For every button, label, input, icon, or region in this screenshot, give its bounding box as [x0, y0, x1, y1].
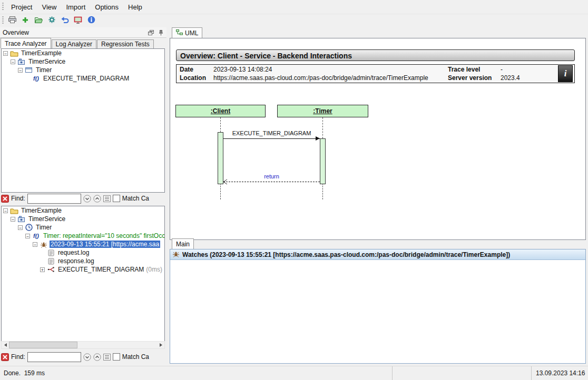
return-message-label: return — [223, 173, 320, 179]
close-find-icon[interactable] — [1, 353, 9, 361]
info-button[interactable] — [85, 15, 97, 26]
expand-toggle-icon[interactable]: + — [40, 267, 45, 272]
find-previous-icon[interactable] — [93, 195, 101, 203]
tab-uml[interactable]: UML — [172, 27, 202, 38]
tab-trace-analyzer[interactable]: Trace Analyzer — [1, 38, 51, 48]
find-next-icon[interactable] — [83, 195, 91, 203]
lifeline-timer: :Timer — [277, 105, 368, 117]
scrollbar-thumb[interactable] — [9, 342, 77, 348]
spider-icon — [172, 251, 180, 259]
tree-item[interactable]: −TimerService — [2, 215, 164, 223]
tree-item[interactable]: f()EXECUTE_TIMER_DIAGRAM — [2, 74, 164, 83]
left-dock-panel: Overview Trace Analyzer Log Analyzer Reg… — [0, 27, 166, 366]
status-datetime: 13.09.2023 14:16 — [531, 366, 588, 380]
analyzer-tabs: Trace Analyzer Log Analyzer Regression T… — [1, 38, 166, 48]
tab-main[interactable]: Main — [172, 238, 194, 249]
collapse-toggle-icon[interactable]: − — [3, 51, 8, 56]
menu-options[interactable]: Options — [90, 1, 123, 14]
tree-item-label: TimerService — [27, 58, 66, 65]
tree-item[interactable]: response.log — [2, 257, 164, 265]
add-icon — [22, 16, 29, 25]
call-message-label[interactable]: EXECUTE_TIMER_DIAGRAM — [223, 130, 320, 136]
tab-log-analyzer[interactable]: Log Analyzer — [52, 39, 96, 48]
window-icon — [24, 67, 33, 73]
menu-help[interactable]: Help — [123, 1, 147, 14]
find-bar: Find: Match Ca — [1, 351, 165, 363]
find-options-icon[interactable] — [103, 195, 111, 202]
tree-item[interactable]: −TimerExample — [2, 206, 164, 215]
open-button[interactable] — [33, 15, 44, 26]
status-message: Done. 159 ms — [0, 366, 392, 380]
collapse-toggle-icon[interactable]: − — [11, 217, 15, 222]
log-icon — [46, 258, 55, 265]
panel-header: Overview — [0, 27, 166, 38]
find-previous-icon[interactable] — [93, 353, 101, 361]
service-icon — [17, 58, 26, 65]
settings-button[interactable] — [46, 15, 57, 26]
trace-level-value: - — [501, 65, 527, 74]
find-input[interactable] — [27, 352, 81, 362]
tree-item[interactable]: −TimerService — [2, 57, 164, 66]
server-version-value: 2023.4 — [501, 74, 527, 82]
collapse-toggle-icon[interactable]: − — [33, 242, 37, 247]
undo-button[interactable] — [59, 15, 71, 26]
collapse-toggle-icon[interactable]: − — [18, 68, 23, 73]
collapse-toggle-icon[interactable]: − — [11, 59, 15, 64]
toolbar-grip[interactable] — [2, 16, 4, 25]
toolbar-grip[interactable] — [2, 3, 4, 11]
tree-item[interactable]: −Timer — [2, 223, 164, 232]
print-button[interactable] — [6, 15, 18, 26]
menu-bar: Project View Import Options Help — [0, 0, 588, 14]
find-next-icon[interactable] — [83, 353, 91, 361]
tree-item[interactable]: −2023-09-13 15:55:21 [https://acme.saa — [2, 240, 164, 248]
trace-tree: −TimerExample−TimerService−Timer−f()Time… — [1, 206, 165, 342]
menu-import[interactable]: Import — [61, 1, 90, 14]
return-arrowhead-icon — [223, 179, 228, 186]
location-value: https://acme.saas.pas-cloud.com:/pas-doc… — [213, 74, 428, 82]
scrollbar-track[interactable] — [9, 342, 157, 348]
tree-item[interactable]: −TimerExample — [2, 49, 164, 57]
match-case-checkbox[interactable] — [113, 195, 120, 202]
find-input[interactable] — [27, 194, 81, 204]
diagram-title: Overview: Client - Service - Backend Int… — [176, 49, 575, 61]
info-button[interactable]: i — [558, 65, 573, 82]
find-options-icon[interactable] — [103, 354, 111, 361]
watches-body — [170, 260, 585, 363]
monitor-button[interactable] — [72, 15, 84, 26]
horizontal-scrollbar[interactable] — [1, 341, 165, 349]
function-icon: f() — [32, 75, 41, 82]
tree-item-label: TimerService — [27, 215, 66, 223]
scroll-right-icon[interactable] — [157, 342, 164, 348]
match-case-label: Match Ca — [122, 353, 149, 361]
panel-title: Overview — [3, 29, 29, 36]
lifeline-dash — [322, 117, 323, 138]
float-window-icon[interactable] — [148, 29, 154, 36]
tree-item-label: Timer: repeatInterval="10 seconds" first… — [42, 232, 165, 239]
menu-view[interactable]: View — [37, 1, 61, 14]
tree-item-label: TimerExample — [20, 49, 63, 57]
collapse-toggle-icon[interactable]: − — [25, 234, 30, 238]
collapse-toggle-icon[interactable]: − — [3, 208, 8, 213]
pin-icon[interactable] — [158, 29, 164, 36]
tree-item[interactable]: +EXECUTE_TIMER_DIAGRAM(0ms) — [2, 265, 164, 274]
tree-item[interactable]: −Timer — [2, 66, 164, 74]
match-case-checkbox[interactable] — [113, 353, 120, 361]
collapse-toggle-icon[interactable]: − — [18, 225, 23, 230]
tree-item[interactable]: request.log — [2, 248, 164, 257]
find-bar: Find: Match Ca — [1, 192, 165, 205]
tab-regression-tests[interactable]: Regression Tests — [97, 39, 154, 48]
undo-icon — [61, 16, 69, 25]
tree-item-label: Timer — [35, 66, 53, 74]
watches-panel: Watches (2023-09-13 15:55:21 [https://ac… — [170, 249, 586, 364]
clock-icon — [24, 224, 33, 231]
menu-project[interactable]: Project — [6, 1, 37, 14]
scroll-left-icon[interactable] — [2, 342, 9, 348]
tree-item-duration: (0ms) — [146, 266, 162, 273]
tree-item[interactable]: −f()Timer: repeatInterval="10 seconds" f… — [2, 232, 164, 240]
close-find-icon[interactable] — [1, 195, 9, 203]
tree-item-label: request.log — [57, 249, 90, 256]
diagram-meta: Date 2023-09-13 14:08:24 Location https:… — [176, 64, 575, 83]
activation-bar-timer — [320, 138, 326, 184]
activation-bar-client — [218, 132, 223, 184]
add-button[interactable] — [19, 15, 31, 26]
